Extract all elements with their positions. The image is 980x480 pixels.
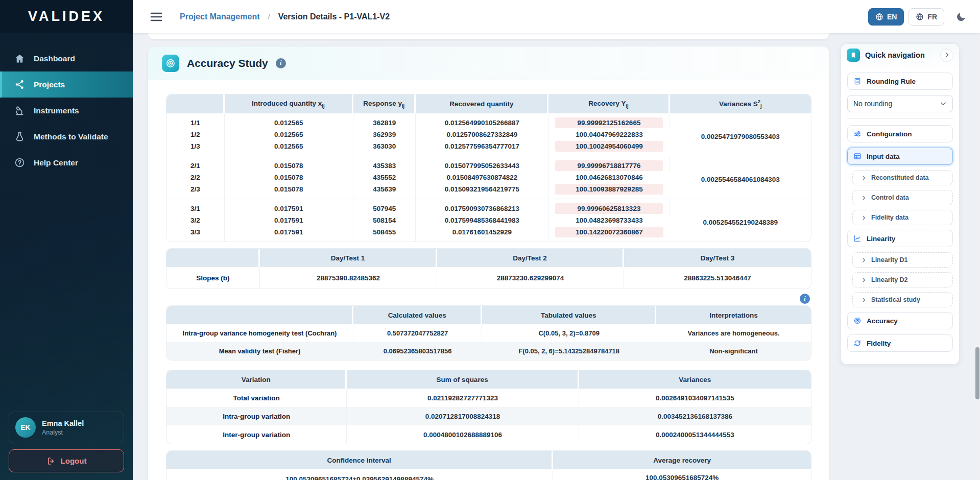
recovered-quantity-cell: 0.015093219564219775 bbox=[416, 183, 548, 199]
user-card: EK Emna Kallel Analyst bbox=[9, 412, 124, 443]
introduced-quantity-cell: 0.012565 bbox=[225, 129, 353, 140]
sidebar-nav: DashboardProjectsInstrumentsMethods to V… bbox=[0, 33, 133, 176]
column-header: Variances S2j bbox=[670, 94, 811, 113]
logout-button[interactable]: Logout bbox=[9, 449, 124, 472]
language-en-button[interactable]: EN bbox=[868, 8, 904, 26]
variance-value-cell: 0.0002400051344444553 bbox=[579, 425, 811, 444]
response-cell: 362819 bbox=[353, 113, 416, 129]
introduced-quantity-cell: 0.012565 bbox=[225, 140, 353, 156]
introduced-quantity-cell: 0.015078 bbox=[225, 183, 353, 199]
recovered-quantity-cell: 0.017599485368441983 bbox=[416, 214, 548, 226]
accuracy-group: 3/10.0175915079450.01759093073686821399.… bbox=[166, 199, 811, 242]
menu-toggle-button[interactable] bbox=[150, 12, 162, 22]
variation-table: VariationSum of squaresVariancesTotal va… bbox=[166, 370, 811, 444]
introduced-quantity-cell: 0.015078 bbox=[225, 156, 353, 172]
sidebar-item-dashboard[interactable]: Dashboard bbox=[0, 45, 133, 71]
logout-icon bbox=[46, 457, 56, 466]
response-cell: 362939 bbox=[353, 129, 416, 140]
recovered-quantity-cell: 0.01761601452929 bbox=[416, 226, 548, 242]
collapse-panel-button[interactable] bbox=[940, 49, 953, 62]
quick-nav-subitem-fidelity-data[interactable]: Fidelity data bbox=[852, 210, 953, 225]
flask-icon bbox=[14, 131, 25, 142]
recovery-cell: 100.04823698733433 bbox=[548, 214, 670, 226]
column-header: Calculated values bbox=[353, 306, 482, 324]
quick-nav-item-linearity[interactable]: Linearity bbox=[847, 230, 953, 247]
rounding-select[interactable]: No rounding bbox=[847, 95, 953, 112]
sidebar-item-instruments[interactable]: Instruments bbox=[0, 98, 133, 124]
quick-nav-item-label: Fidelity bbox=[867, 340, 891, 347]
calculated-value-cell: 0.06952365803517856 bbox=[353, 342, 482, 360]
sidebar-item-methods-to-validate[interactable]: Methods to Validate bbox=[0, 124, 133, 150]
quick-nav-subitem-linearity-d1[interactable]: Linearity D1 bbox=[852, 252, 953, 268]
accuracy-data-table: Introduced quantity xijResponse yijRecov… bbox=[166, 94, 811, 242]
quick-nav-subitem-statistical-study[interactable]: Statistical study bbox=[852, 292, 953, 307]
response-cell: 435639 bbox=[353, 183, 416, 199]
chevron-right-icon bbox=[861, 297, 867, 303]
user-info: Emna Kallel Analyst bbox=[42, 419, 84, 436]
quick-nav-subitem-reconstituted-data[interactable]: Reconstituted data bbox=[852, 170, 953, 185]
quick-nav-item-accuracy[interactable]: Accuracy bbox=[847, 312, 953, 329]
slope-value-cell: 28863225.513046447 bbox=[624, 267, 811, 289]
sidebar-item-help-center[interactable]: Help Center bbox=[0, 150, 133, 176]
scrollbar-thumb[interactable] bbox=[975, 347, 979, 399]
hamburger-icon bbox=[150, 12, 162, 22]
quick-nav-item-configuration[interactable]: Configuration bbox=[847, 125, 953, 142]
chevron-right-icon bbox=[861, 175, 867, 181]
column-header: Tabulated values bbox=[482, 306, 656, 324]
variation-label-cell: Inter-group variation bbox=[166, 425, 347, 444]
chevron-right-icon bbox=[861, 195, 867, 201]
recovery-highlight: 100.10024954060499 bbox=[555, 141, 663, 152]
row-id-cell: 1/3 bbox=[166, 140, 225, 156]
sidebar-item-projects[interactable]: Projects bbox=[0, 71, 133, 98]
recovered-quantity-cell: 0.012577596354777017 bbox=[416, 140, 548, 156]
globe-icon bbox=[916, 13, 924, 21]
row-id-cell: 1/1 bbox=[166, 113, 225, 129]
response-cell: 507945 bbox=[353, 199, 416, 214]
language-fr-button[interactable]: FR bbox=[909, 8, 944, 26]
introduced-quantity-cell: 0.017591 bbox=[225, 226, 353, 242]
recovery-highlight: 99.99960625813323 bbox=[555, 203, 662, 214]
quick-nav-item-input-data[interactable]: Input data bbox=[847, 148, 953, 165]
moon-icon bbox=[955, 11, 967, 22]
table-row: 1/10.0125653628190.01256499010526688799.… bbox=[166, 113, 811, 129]
response-cell: 435552 bbox=[353, 172, 416, 183]
variation-label-cell: Intra-group variation bbox=[166, 407, 347, 425]
breadcrumb-section-link[interactable]: Project Management bbox=[180, 12, 259, 21]
quick-nav-subitem-label: Control data bbox=[871, 194, 909, 201]
refresh-icon bbox=[853, 339, 862, 347]
quick-nav-subitem-linearity-d2[interactable]: Linearity D2 bbox=[852, 272, 953, 287]
quick-nav-subitem-control-data[interactable]: Control data bbox=[852, 190, 953, 205]
dark-mode-toggle[interactable] bbox=[955, 11, 967, 22]
instruments-icon bbox=[14, 105, 25, 116]
recovery-cell: 100.04047969222833 bbox=[548, 129, 670, 140]
column-header: Recovered quantity bbox=[416, 94, 548, 113]
column-header: Response yij bbox=[353, 94, 416, 113]
home-icon bbox=[14, 53, 25, 64]
variance-value-cell: 0.003452136168137386 bbox=[579, 407, 811, 425]
slopes-label-cell: Slopes (b) bbox=[166, 267, 260, 289]
rounding-rule-button[interactable]: Rounding Rule bbox=[847, 73, 953, 90]
column-header: Day/Test 3 bbox=[624, 249, 811, 267]
accuracy-study-card: Accuracy Study i Introduced quantity xij… bbox=[148, 46, 829, 480]
table-row: Inter-group variation0.00048001026888891… bbox=[166, 425, 811, 444]
quick-nav-item-label: Configuration bbox=[867, 130, 912, 138]
info-icon[interactable]: i bbox=[276, 58, 286, 68]
sliders-icon bbox=[853, 130, 862, 138]
recovered-quantity-cell: 0.017590930736868213 bbox=[416, 199, 548, 214]
slopes-table: Day/Test 1Day/Test 2Day/Test 3Slopes (b)… bbox=[166, 249, 811, 289]
quick-nav-title: Quick navigation bbox=[865, 51, 935, 59]
chart-line-icon bbox=[853, 234, 862, 243]
recovery-highlight: 99.99992125162665 bbox=[555, 117, 662, 128]
table-row: 3/10.0175915079450.01759093073686821399.… bbox=[166, 199, 811, 214]
introduced-quantity-cell: 0.012565 bbox=[225, 113, 353, 129]
chevron-right-icon bbox=[861, 277, 867, 283]
introduced-quantity-cell: 0.017591 bbox=[225, 214, 353, 226]
confidence-interval-line1: 100.05309651685724±0.03956291498894574% bbox=[171, 474, 548, 480]
quick-nav-item-fidelity[interactable]: Fidelity bbox=[847, 334, 953, 352]
accuracy-section-icon bbox=[162, 55, 179, 72]
column-header bbox=[166, 306, 353, 324]
row-id-cell: 3/2 bbox=[166, 214, 225, 226]
info-icon[interactable]: i bbox=[800, 294, 810, 304]
table-row: 100.05309651685724±0.03956291498894574%1… bbox=[166, 469, 811, 480]
rounding-select-value: No rounding bbox=[853, 100, 892, 108]
